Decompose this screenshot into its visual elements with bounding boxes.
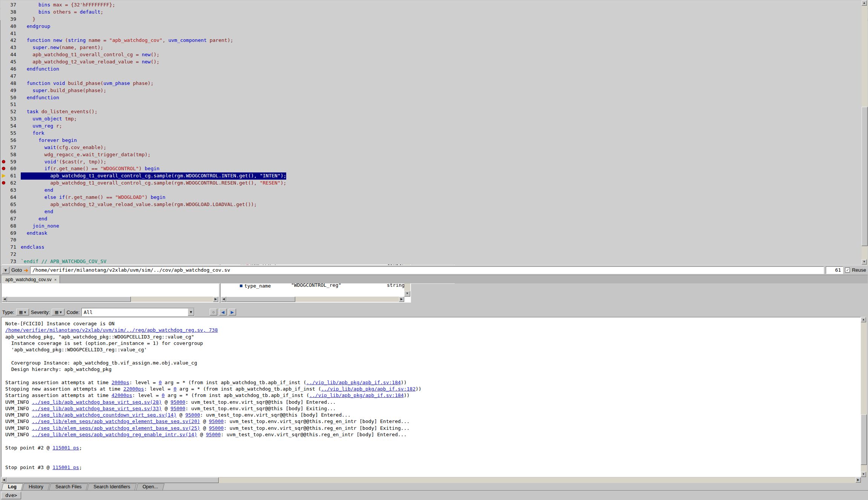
gutter[interactable]	[0, 51, 7, 58]
next-message-button[interactable]: ▶	[229, 309, 236, 315]
source-line[interactable]: 37 bins max = {32'hFFFFFFFF};	[0, 2, 862, 9]
scroll-thumb[interactable]	[6, 477, 219, 483]
bottom-tab-search-files[interactable]: Search Files	[49, 483, 88, 490]
scroll-left-icon[interactable]: ◀	[2, 297, 7, 302]
log-link[interactable]: 95000	[206, 432, 221, 437]
gutter[interactable]	[0, 201, 7, 208]
source-line[interactable]: 48 function void build_phase(uvm_phase p…	[0, 80, 862, 87]
log-link[interactable]: ../seq_lib/elem_seqs/apb_watchdog_reg_en…	[32, 432, 197, 437]
source-vscrollbar[interactable]: ▲ ▼	[862, 0, 868, 265]
gutter[interactable]	[0, 123, 7, 130]
source-line[interactable]: 73`endif // APB_WATCHDOG_COV_SV	[0, 258, 862, 265]
goto-path-field[interactable]: /home/verifier/milanotang/v2xlab/uvm/sim…	[30, 266, 824, 274]
stack-hscrollbar[interactable]: ◀ ▶	[2, 297, 218, 302]
bottom-tab-search-identifiers[interactable]: Search Identifiers	[87, 483, 137, 490]
log-link[interactable]: 95000	[170, 399, 185, 405]
source-line[interactable]: 47	[0, 73, 862, 80]
breakpoint-icon[interactable]	[0, 158, 7, 166]
source-line[interactable]: 51	[0, 101, 862, 108]
severity-filter-button[interactable]: ▦ ▾	[52, 309, 64, 315]
log-link[interactable]: ../seq_lib/elem_seqs/apb_watchdog_elemen…	[32, 418, 200, 424]
gutter[interactable]	[0, 230, 7, 237]
source-line[interactable]: 69 endtask	[0, 230, 862, 237]
log-link[interactable]: ../vip_lib/apb_pkg/apb_if.sv:184	[306, 380, 400, 385]
scroll-thumb[interactable]	[7, 297, 131, 302]
log-link[interactable]: 0	[162, 392, 165, 398]
bottom-tab-log[interactable]: Log	[2, 483, 23, 490]
close-icon[interactable]: ×	[54, 276, 57, 283]
log-link[interactable]: ../vip_lib/apb_pkg/apb_if.sv:184	[309, 392, 403, 398]
source-line[interactable]: 39 }	[0, 16, 862, 23]
scroll-thumb[interactable]	[862, 107, 868, 246]
scroll-down-icon[interactable]: ▼	[404, 291, 410, 297]
source-line[interactable]: 40 endgroup	[0, 23, 862, 30]
source-line[interactable]: 53 uvm_object tmp;	[0, 115, 862, 123]
bottom-tab-open-[interactable]: Open...	[136, 483, 164, 490]
command-input[interactable]	[23, 492, 867, 499]
log-link[interactable]: 42000ps	[112, 392, 132, 398]
scroll-right-icon[interactable]: ▶	[213, 297, 218, 302]
source-line[interactable]: 41	[0, 30, 862, 37]
goto-line-field[interactable]: 61	[826, 266, 843, 274]
gutter[interactable]	[0, 108, 7, 115]
source-line[interactable]: 49 super.build_phase(phase);	[0, 87, 862, 94]
breakpoint-icon[interactable]	[0, 180, 7, 187]
source-line[interactable]: 50 endfunction	[0, 94, 862, 102]
gutter[interactable]	[0, 194, 7, 201]
gutter[interactable]	[0, 223, 7, 230]
code-filter-select[interactable]: All▼	[81, 308, 195, 316]
log-link[interactable]: 2000ps	[112, 380, 129, 385]
gutter[interactable]	[0, 130, 7, 137]
file-tab[interactable]: apb_watchdog_cov.sv ×	[2, 275, 60, 283]
gutter[interactable]	[0, 44, 7, 51]
scroll-left-icon[interactable]: ◀	[1, 477, 6, 483]
log-link[interactable]: 95000	[209, 425, 224, 431]
gutter[interactable]	[0, 115, 7, 123]
reuse-checkbox[interactable]: ✓	[845, 268, 850, 272]
source-line[interactable]: 61 apb_watchdog_t1_overall_control_cg.sa…	[0, 172, 862, 180]
log-link[interactable]: ../seq_lib/apb_watchdog_base_virt_seq.sv…	[32, 406, 161, 411]
scroll-down-icon[interactable]: ▼	[862, 259, 867, 265]
log-link[interactable]: 22000ps	[123, 386, 144, 392]
source-line[interactable]: 66 end	[0, 208, 862, 215]
source-line[interactable]: 46 endfunction	[0, 66, 862, 73]
source-line[interactable]: 60 if(r.get_name() == "WDOGCONTROL") beg…	[0, 165, 862, 172]
source-line[interactable]: 56 forever begin	[0, 137, 862, 144]
gutter[interactable]	[0, 9, 7, 16]
gutter[interactable]	[0, 251, 7, 258]
gutter[interactable]	[0, 187, 7, 194]
gutter[interactable]	[0, 94, 7, 102]
current-line-icon[interactable]	[0, 172, 7, 180]
scroll-up-icon[interactable]: ▲	[861, 317, 866, 322]
source-line[interactable]: 71endclass	[0, 244, 862, 251]
gutter[interactable]	[0, 66, 7, 73]
source-line[interactable]: 57 wait(cfg.cov_enable);	[0, 144, 862, 151]
breakpoint-icon[interactable]	[0, 165, 7, 172]
log-output[interactable]: Note-[FCICIO] Instance coverage is ON/ho…	[1, 317, 861, 477]
scroll-thumb[interactable]	[226, 297, 295, 302]
gutter[interactable]	[0, 80, 7, 87]
source-line[interactable]: 42 function new (string name = "apb_watc…	[0, 37, 862, 44]
log-link[interactable]: 95000	[209, 418, 224, 424]
log-hscrollbar[interactable]: ◀ ▶	[1, 477, 861, 483]
gutter[interactable]	[0, 137, 7, 144]
gutter[interactable]	[0, 215, 7, 223]
goto-dropdown-icon[interactable]: ▼	[2, 267, 9, 274]
log-link[interactable]: ../vip_lib/apb_pkg/apb_if.sv:182	[321, 386, 416, 392]
log-link[interactable]: 95000	[170, 406, 185, 411]
log-link[interactable]: 0	[173, 386, 176, 392]
prev-message-button[interactable]: ◀	[219, 309, 227, 315]
source-line[interactable]: 43 super.new(name, parent);	[0, 44, 862, 51]
gutter[interactable]	[0, 16, 7, 23]
log-link[interactable]: 115001 ps	[52, 445, 79, 451]
source-line[interactable]: 55 fork	[0, 130, 862, 137]
log-link[interactable]: /home/verifier/milanotang/v2xlab/uvm/sim…	[5, 327, 218, 333]
source-line[interactable]: 63 end	[0, 187, 862, 194]
gutter[interactable]	[0, 30, 7, 37]
gutter[interactable]	[0, 23, 7, 30]
gutter[interactable]	[0, 101, 7, 108]
gutter[interactable]	[0, 208, 7, 215]
source-line[interactable]: 64 else if(r.get_name() == "WDOGLOAD") b…	[0, 194, 862, 201]
gutter[interactable]	[0, 87, 7, 94]
gutter[interactable]	[0, 237, 7, 244]
